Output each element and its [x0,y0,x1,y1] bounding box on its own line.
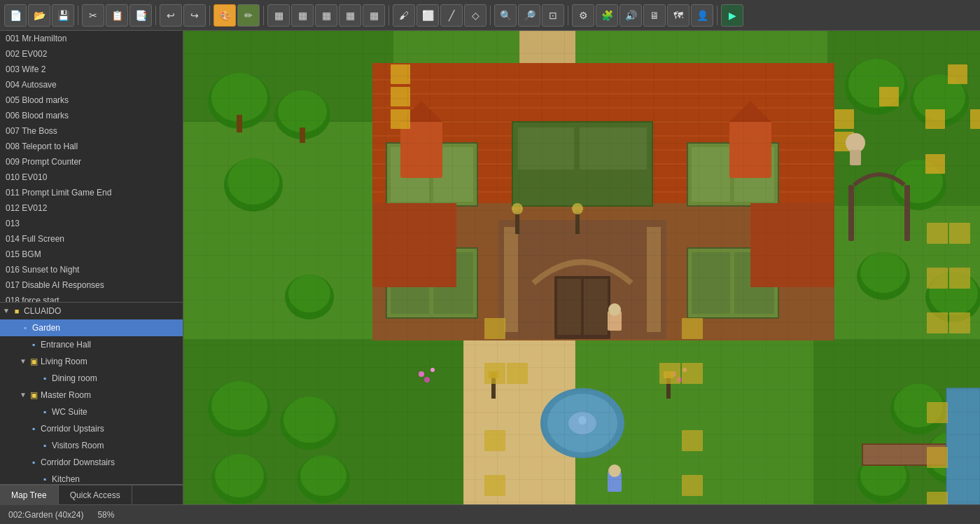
event-item-018[interactable]: 018 force start [0,293,183,303]
tree-item-entrance-hall[interactable]: ▪ Entrance Hall [0,336,183,353]
open-file-button[interactable]: 📂 [28,4,50,27]
svg-rect-138 [682,475,703,496]
event-item-010[interactable]: 010 EV010 [0,170,183,185]
tree-label-kitchen: Kitchen [52,472,80,485]
map-icon-dining-room: ▪ [39,373,50,384]
cut-button[interactable]: ✂ [82,4,104,27]
map-info: 002:Garden (40x24) [8,510,83,520]
expand-living-room: ▼ [20,354,28,368]
tree-item-dining-room[interactable]: ▪ Dining room [0,370,183,387]
map-manager-button[interactable]: 🗺 [667,4,690,27]
map-icon-kitchen: ▪ [39,474,50,485]
tree-label-corridor-downstairs: Corridor Downstairs [41,455,115,469]
zoom-in-button[interactable]: 🔍 [494,4,517,27]
character-button[interactable]: 👤 [691,4,713,27]
shape-button[interactable]: ◇ [464,4,486,27]
brush-button[interactable]: 🖌 [393,4,415,27]
paste-button[interactable]: 📑 [130,4,152,27]
event-item-007[interactable]: 007 The Boss [0,123,183,139]
line-button[interactable]: ╱ [440,4,463,27]
expand-icon: ▼ [3,304,11,318]
left-panel: 001 Mr.Hamilton002 EV002003 Wife 2004 Au… [0,31,183,504]
svg-rect-143 [927,312,948,333]
svg-rect-142 [949,268,970,289]
copy-button[interactable]: 📋 [106,4,128,27]
event-item-009[interactable]: 009 Prompt Counter [0,154,183,170]
map-area[interactable] [183,31,980,504]
map-canvas[interactable] [183,31,980,504]
svg-rect-134 [682,318,703,339]
event-item-005[interactable]: 005 Blood marks [0,92,183,108]
redo-button[interactable]: ↪ [183,4,206,27]
plugin-button[interactable]: 🧩 [596,4,618,27]
tree-label-garden: Garden [32,321,60,335]
pencil-button[interactable]: ✏ [237,4,260,27]
undo-button[interactable]: ↩ [160,4,182,27]
status-bar: 002:Garden (40x24) 58% [0,504,980,524]
svg-rect-137 [484,475,505,496]
display-button[interactable]: 🖥 [643,4,666,27]
audio-button[interactable]: 🔊 [620,4,642,27]
main-layout: 001 Mr.Hamilton002 EV002003 Wife 2004 Au… [0,31,980,504]
tree-root-label: CLUAIDO [24,304,61,318]
tree-item-visitors-room[interactable]: ▪ Visitors Room [0,437,183,454]
tree-root-cluaido[interactable]: ▼ ■ CLUAIDO [0,303,183,319]
event-list[interactable]: 001 Mr.Hamilton002 EV002003 Wife 2004 Au… [0,31,183,303]
separator-2 [155,6,156,25]
event-item-013[interactable]: 013 [0,216,183,231]
layer1-button[interactable]: ▦ [267,4,290,27]
svg-rect-141 [927,268,948,289]
event-item-001[interactable]: 001 Mr.Hamilton [0,31,183,46]
event-item-003[interactable]: 003 Wife 2 [0,62,183,77]
toolbar: 📄 📂 💾 ✂ 📋 📑 ↩ ↪ 🎨 ✏ ▦ ▦ ▦ ▦ ▦ 🖌 ⬜ ╱ ◇ 🔍 … [0,0,980,31]
eraser-button[interactable]: ⬜ [416,4,439,27]
tree-item-garden[interactable]: ▪ Garden [0,319,183,336]
event-item-002[interactable]: 002 EV002 [0,46,183,62]
zoom-out-button[interactable]: 🔎 [518,4,540,27]
tree-item-master-room[interactable]: ▼ ▣ Master Room [0,387,183,404]
event-item-008[interactable]: 008 Teleport to Hall [0,139,183,154]
tree-label-dining-room: Dining room [52,371,97,385]
event-item-017[interactable]: 017 Disable AI Responses [0,277,183,293]
svg-rect-147 [927,492,948,504]
tree-item-corridor-downstairs[interactable]: ▪ Corridor Downstairs [0,454,183,471]
svg-rect-122 [183,31,980,504]
separator-8 [717,6,718,25]
event-item-012[interactable]: 012 EV012 [0,200,183,216]
tree-item-corridor-upstairs[interactable]: ▪ Corridor Upstairs [0,420,183,437]
separator-3 [209,6,210,25]
event-item-004[interactable]: 004 Autosave [0,77,183,92]
separator-5 [388,6,389,25]
play-button[interactable]: ▶ [721,4,743,27]
layer2-button[interactable]: ▦ [291,4,314,27]
event-item-006[interactable]: 006 Blood marks [0,108,183,123]
save-file-button[interactable]: 💾 [52,4,74,27]
map-tree-section[interactable]: ▼ ■ CLUAIDO ▪ Garden ▪ Entrance Hall▼ ▣ … [0,303,183,485]
svg-rect-139 [927,223,948,244]
event-item-011[interactable]: 011 Prompt Limit Game End [0,185,183,200]
settings-button[interactable]: ⚙ [572,4,594,27]
event-item-016[interactable]: 016 Sunset to Night [0,262,183,277]
svg-rect-144 [949,312,970,333]
svg-rect-129 [484,363,505,384]
svg-rect-140 [949,223,970,244]
zoom-fit-button[interactable]: ⊡ [542,4,564,27]
layer4-button[interactable]: ▦ [339,4,361,27]
tree-item-living-room[interactable]: ▼ ▣ Living Room [0,353,183,370]
svg-rect-136 [682,430,703,451]
event-item-014[interactable]: 014 Full Screen [0,231,183,247]
layer5-button[interactable]: ▦ [363,4,385,27]
layer3-button[interactable]: ▦ [315,4,337,27]
tab-map-tree[interactable]: Map Tree [0,485,59,505]
tree-item-wc-suite[interactable]: ▪ WC Suite [0,404,183,420]
event-item-015[interactable]: 015 BGM [0,247,183,262]
svg-rect-132 [682,363,703,384]
bottom-tabs: Map Tree Quick Access [0,485,183,504]
tab-quick-access[interactable]: Quick Access [59,485,132,505]
color-picker-button[interactable]: 🎨 [214,4,236,27]
tree-item-kitchen[interactable]: ▪ Kitchen [0,471,183,485]
svg-rect-145 [927,402,948,423]
tree-label-living-room: Living Room [41,354,88,368]
svg-rect-131 [659,363,680,384]
new-file-button[interactable]: 📄 [4,4,27,27]
